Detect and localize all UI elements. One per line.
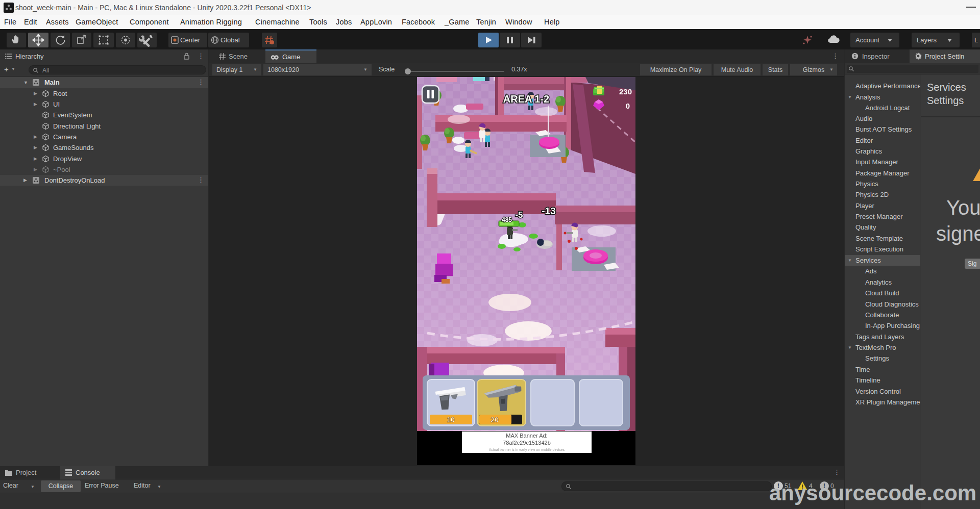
svg-text:-5: -5 [515, 210, 523, 220]
svg-text:Layers: Layers [917, 36, 937, 44]
svg-text:78af2c29c151342b: 78af2c29c151342b [503, 440, 551, 446]
svg-text:Account: Account [855, 36, 879, 44]
svg-text:0: 0 [626, 101, 630, 110]
svg-text:Global: Global [220, 36, 240, 44]
svg-text:230: 230 [619, 87, 632, 96]
svg-text:-13: -13 [542, 206, 555, 216]
svg-text:485: 485 [502, 216, 512, 223]
svg-text:Center: Center [180, 36, 201, 44]
svg-text:10: 10 [447, 416, 455, 424]
svg-text:20: 20 [491, 416, 499, 424]
svg-text:Actual banner is in early view: Actual banner is in early view on mobile… [489, 448, 565, 452]
svg-text:AREA 1-2: AREA 1-2 [503, 93, 549, 105]
svg-text:MAX Banner Ad:: MAX Banner Ad: [506, 432, 547, 439]
